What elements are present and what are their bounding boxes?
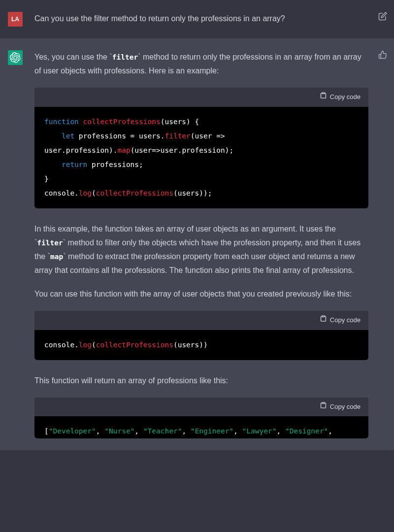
- assistant-paragraph-3: You can use this function with the array…: [34, 287, 368, 301]
- assistant-avatar: [8, 50, 23, 65]
- inline-code-map: map: [50, 253, 63, 261]
- text-span: Yes, you can use the: [34, 53, 109, 61]
- assistant-message: Yes, you can use the `filter` method to …: [0, 38, 394, 450]
- copy-code-button[interactable]: Copy code: [320, 401, 361, 413]
- edit-icon[interactable]: [378, 12, 387, 23]
- copy-code-button[interactable]: Copy code: [320, 315, 361, 326]
- code-block-3: Copy code ["Developer", "Nurse", "Teache…: [34, 398, 368, 439]
- assistant-message-actions: [378, 50, 387, 61]
- assistant-message-content: Yes, you can use the `filter` method to …: [34, 50, 386, 438]
- user-avatar: LA: [8, 12, 23, 27]
- code-block-header: Copy code: [34, 398, 368, 417]
- code-block-1: Copy code function collectProfessions(us…: [34, 88, 368, 208]
- copy-code-button[interactable]: Copy code: [320, 92, 361, 103]
- clipboard-icon: [320, 315, 327, 326]
- inline-code-filter: filter: [37, 239, 63, 247]
- thumbs-up-icon[interactable]: [378, 50, 387, 61]
- code-content: function collectProfessions(users) { let…: [34, 107, 368, 208]
- text-span: In this example, the function takes an a…: [34, 225, 336, 233]
- user-text: Can you use the filter method to return …: [34, 12, 368, 26]
- code-content: ["Developer", "Nurse", "Teacher", "Engin…: [34, 416, 368, 438]
- user-message-content: Can you use the filter method to return …: [34, 12, 386, 27]
- svg-rect-1: [322, 316, 325, 317]
- svg-rect-2: [322, 402, 325, 403]
- code-content: console.log(collectProfessions(users)): [34, 330, 368, 360]
- clipboard-icon: [320, 92, 327, 103]
- code-block-header: Copy code: [34, 311, 368, 330]
- assistant-paragraph-1: Yes, you can use the `filter` method to …: [34, 50, 368, 78]
- copy-code-label: Copy code: [330, 315, 361, 326]
- user-message-actions: [378, 12, 387, 23]
- copy-code-label: Copy code: [330, 401, 361, 413]
- code-block-header: Copy code: [34, 88, 368, 107]
- code-block-2: Copy code console.log(collectProfessions…: [34, 311, 368, 360]
- inline-code-filter: filter: [112, 53, 138, 61]
- user-message: LA Can you use the filter method to retu…: [0, 0, 394, 38]
- assistant-paragraph-2: In this example, the function takes an a…: [34, 222, 368, 277]
- clipboard-icon: [320, 401, 327, 413]
- svg-rect-0: [322, 93, 325, 94]
- copy-code-label: Copy code: [330, 92, 361, 103]
- text-span: method to extract the profession propert…: [34, 252, 355, 274]
- assistant-paragraph-4: This function will return an array of pr…: [34, 374, 368, 388]
